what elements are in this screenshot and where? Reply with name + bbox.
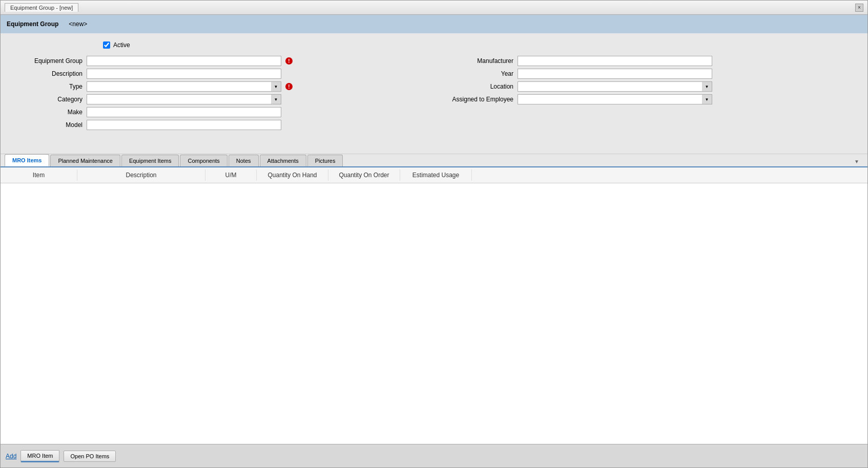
- form-area: Active Equipment Group ! Description: [1, 33, 867, 138]
- label-location: Location: [442, 83, 513, 90]
- col-header-qoo: Quantity On Order: [328, 169, 400, 181]
- form-section-left: Equipment Group ! Description Type ▼: [11, 56, 426, 130]
- label-eq-group: Equipment Group: [11, 57, 82, 65]
- label-year: Year: [442, 70, 513, 77]
- required-eq-group: !: [285, 57, 293, 65]
- active-checkbox[interactable]: [103, 41, 110, 49]
- dropdown-location-wrapper: ▼: [518, 81, 712, 92]
- form-section-right: Manufacturer Year Location ▼: [442, 56, 857, 130]
- table-area: Item Description U/M Quantity On Hand Qu…: [1, 166, 867, 444]
- input-eq-group[interactable]: [87, 56, 281, 66]
- table-header: Item Description U/M Quantity On Hand Qu…: [1, 167, 867, 183]
- header-value: <new>: [69, 20, 87, 28]
- tab-pictures[interactable]: Pictures: [307, 155, 343, 166]
- form-row-model: Model: [11, 120, 426, 130]
- table-body: [1, 183, 867, 444]
- form-spacer: [1, 138, 867, 154]
- title-bar-left: Equipment Group - [new]: [5, 3, 78, 12]
- header-bar: Equipment Group <new>: [1, 15, 867, 33]
- header-label: Equipment Group: [7, 20, 58, 28]
- form-grid: Equipment Group ! Description Type ▼: [11, 56, 857, 130]
- input-manufacturer[interactable]: [518, 56, 712, 66]
- col-header-description: Description: [77, 169, 205, 181]
- title-bar: Equipment Group - [new] ×: [1, 1, 867, 15]
- tab-equipment-items[interactable]: Equipment Items: [121, 155, 179, 166]
- label-assigned-employee: Assigned to Employee: [442, 96, 513, 103]
- add-label[interactable]: Add: [6, 453, 16, 460]
- form-row-location: Location ▼: [442, 81, 857, 92]
- btn-mro-item[interactable]: MRO Item: [20, 450, 59, 462]
- input-description[interactable]: [87, 69, 281, 79]
- tab-notes[interactable]: Notes: [229, 155, 259, 166]
- input-model[interactable]: [87, 120, 281, 130]
- col-header-eu: Estimated Usage: [400, 169, 472, 181]
- tab-mro-items[interactable]: MRO Items: [5, 154, 49, 166]
- select-location[interactable]: [518, 81, 712, 92]
- btn-open-po-items[interactable]: Open PO Items: [64, 451, 116, 462]
- label-type: Type: [11, 83, 82, 90]
- input-year[interactable]: [518, 69, 712, 79]
- label-model: Model: [11, 121, 82, 129]
- form-row-category: Category ▼: [11, 94, 426, 104]
- label-description: Description: [11, 70, 82, 77]
- select-assigned-employee[interactable]: [518, 94, 712, 104]
- col-header-um: U/M: [205, 169, 257, 181]
- tabs-container: MRO Items Planned Maintenance Equipment …: [1, 154, 867, 166]
- bottom-bar: Add MRO Item Open PO Items: [1, 444, 867, 467]
- form-row-eq-group: Equipment Group !: [11, 56, 426, 66]
- main-window: Equipment Group - [new] × Equipment Grou…: [0, 0, 868, 468]
- col-header-qoh: Quantity On Hand: [257, 169, 328, 181]
- tab-components[interactable]: Components: [180, 155, 227, 166]
- label-manufacturer: Manufacturer: [442, 57, 513, 65]
- form-row-year: Year: [442, 69, 857, 79]
- dropdown-type-arrow: ▼: [271, 81, 281, 92]
- form-row-manufacturer: Manufacturer: [442, 56, 857, 66]
- form-row-description: Description: [11, 69, 426, 79]
- dropdown-assigned-employee-wrapper: ▼: [518, 94, 712, 104]
- dropdown-type-wrapper: ▼: [87, 81, 281, 92]
- dropdown-category-wrapper: ▼: [87, 94, 281, 104]
- col-header-item: Item: [1, 169, 77, 181]
- form-row-assigned-employee: Assigned to Employee ▼: [442, 94, 857, 104]
- tab-attachments[interactable]: Attachments: [260, 155, 306, 166]
- window-tab-title[interactable]: Equipment Group - [new]: [5, 3, 78, 12]
- tab-planned-maintenance[interactable]: Planned Maintenance: [50, 155, 120, 166]
- label-category: Category: [11, 96, 82, 103]
- active-label: Active: [113, 41, 130, 49]
- select-category[interactable]: [87, 94, 281, 104]
- form-row-type: Type ▼ !: [11, 81, 426, 92]
- tabs-more-arrow[interactable]: ▼: [850, 157, 863, 166]
- label-make: Make: [11, 109, 82, 116]
- input-make[interactable]: [87, 107, 281, 117]
- select-type[interactable]: [87, 81, 272, 92]
- required-type: !: [285, 83, 293, 90]
- form-row-make: Make: [11, 107, 426, 117]
- close-button[interactable]: ×: [855, 4, 863, 12]
- active-row: Active: [103, 41, 857, 49]
